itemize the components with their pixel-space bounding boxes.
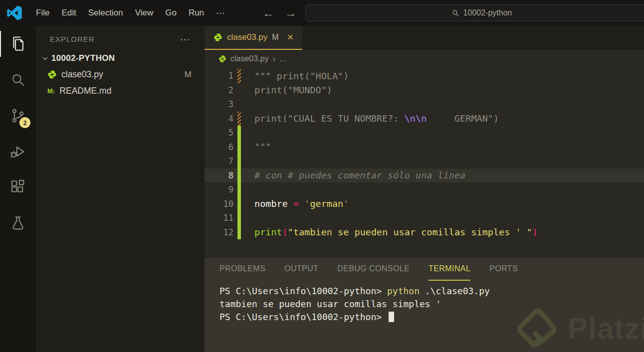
workbench: 2 EXPLORER ⋯ 10002-PYTHON clase03.pyMM↓R… xyxy=(0,26,644,352)
code-token-quote: ' xyxy=(304,198,310,209)
terminal[interactable]: PS C:\Users\info\10002-python> python .\… xyxy=(205,281,644,324)
code-line-9[interactable]: 9 xyxy=(205,182,644,197)
gutter-added-marker xyxy=(237,182,241,197)
gutter-none-marker xyxy=(237,97,241,112)
sidebar-title: EXPLORER xyxy=(50,35,95,43)
chevron-down-icon xyxy=(41,54,49,63)
panel-tab-debug-console[interactable]: DEBUG CONSOLE xyxy=(337,258,410,281)
code-text: print("CUAL ES TU NOMBRE?: \n\n GERMAN") xyxy=(254,113,499,124)
terminal-cursor xyxy=(389,312,394,322)
sidebar-more-actions-icon[interactable]: ⋯ xyxy=(180,36,191,42)
vscode-window: FileEditSelectionViewGoRun⋯ ← → 10002-py… xyxy=(0,0,644,352)
file-row-clase03-py[interactable]: clase03.pyM xyxy=(36,66,205,83)
history-navigation: ← → xyxy=(262,7,296,19)
gutter-added-marker xyxy=(237,169,241,183)
gutter-added-marker xyxy=(237,225,241,240)
code-token-doc: """ print("HOLA") xyxy=(254,71,349,81)
command-center-search[interactable]: 10002-python xyxy=(305,4,644,21)
testing-icon xyxy=(9,215,26,232)
activity-item-search[interactable] xyxy=(0,62,36,98)
code-line-8[interactable]: 8# con # puedes comentar sólo una línea xyxy=(205,169,644,183)
code-line-4[interactable]: 4print("CUAL ES TU NOMBRE?: \n\n GERMAN"… xyxy=(205,112,644,126)
menu-more-icon[interactable]: ⋯ xyxy=(210,5,230,21)
code-line-12[interactable]: 12print("tambien se pueden usar comillas… xyxy=(205,225,644,240)
menu-item-run[interactable]: Run xyxy=(183,5,210,21)
code-token-doc: print("CUAL ES TU NOMBRE?: xyxy=(254,113,405,124)
search-value: 10002-python xyxy=(463,8,512,17)
code-line-7[interactable]: 7 xyxy=(205,154,644,169)
activity-item-extensions[interactable] xyxy=(0,170,36,205)
panel-tab-output[interactable]: OUTPUT xyxy=(284,258,318,281)
line-number: 7 xyxy=(205,156,233,166)
code-line-5[interactable]: 5 xyxy=(205,126,644,140)
gutter-none-marker xyxy=(237,83,241,98)
code-token-comment: # con # puedes comentar sólo una línea xyxy=(254,170,465,180)
vscode-logo-icon xyxy=(7,5,22,20)
menu-item-view[interactable]: View xyxy=(129,5,160,21)
code-editor[interactable]: 1""" print("HOLA")2print("MUNDO")34print… xyxy=(205,68,644,258)
gutter-added-marker xyxy=(237,126,241,140)
code-token-escape: \n\n xyxy=(405,113,427,124)
menu-item-file[interactable]: File xyxy=(30,5,55,21)
code-token-quote: ' xyxy=(343,198,349,209)
code-line-1[interactable]: 1""" print("HOLA") xyxy=(205,69,644,83)
panel-tab-terminal[interactable]: TERMINAL xyxy=(429,258,470,281)
code-line-3[interactable]: 3 xyxy=(205,97,644,112)
forward-arrow-icon[interactable]: → xyxy=(285,7,296,19)
code-token-op: = xyxy=(293,198,299,209)
code-text: """ print("HOLA") xyxy=(254,71,349,81)
gutter-modified-marker xyxy=(237,69,241,83)
python-icon xyxy=(214,33,222,42)
menu-item-selection[interactable]: Selection xyxy=(82,5,129,21)
line-number: 9 xyxy=(205,184,233,194)
line-number: 8 xyxy=(205,171,233,180)
run-debug-icon xyxy=(9,143,26,160)
code-line-11[interactable]: 11 xyxy=(205,211,644,225)
code-line-2[interactable]: 2print("MUNDO") xyxy=(205,83,644,98)
python-icon xyxy=(218,55,226,63)
terminal-text-plain: PS C:\Users\info\10002-python> xyxy=(219,312,387,322)
panel-tab-ports[interactable]: PORTS xyxy=(489,258,518,281)
activity-item-testing[interactable] xyxy=(0,205,36,241)
code-token-string: german xyxy=(310,198,343,209)
code-text: print("tambien se pueden usar comillas s… xyxy=(254,227,538,237)
breadcrumb[interactable]: clase03.py › ... xyxy=(205,50,644,68)
code-line-10[interactable]: 10nombre = 'german' xyxy=(205,197,644,211)
code-token-op: ( xyxy=(282,227,288,237)
code-token-op: ) xyxy=(532,227,538,237)
menu-item-go[interactable]: Go xyxy=(159,5,183,21)
git-modified-badge: M xyxy=(185,70,192,80)
code-token-doc: print("MUNDO") xyxy=(254,85,332,95)
code-token-plain xyxy=(299,198,304,209)
tab-bar: clase03.py M × xyxy=(205,26,644,50)
menu-bar: FileEditSelectionViewGoRun⋯ xyxy=(30,5,230,21)
line-number: 4 xyxy=(205,114,233,124)
back-arrow-icon[interactable]: ← xyxy=(262,7,274,19)
menu-item-edit[interactable]: Edit xyxy=(55,5,82,21)
file-name: README.md xyxy=(59,86,187,96)
folder-row-10002-python[interactable]: 10002-PYTHON xyxy=(36,50,205,66)
code-token-string: "tambien se pueden usar comillas simples… xyxy=(288,227,532,237)
activity-bar: 2 xyxy=(0,26,36,352)
line-number: 10 xyxy=(205,199,233,209)
activity-item-run-and-debug[interactable] xyxy=(0,134,36,170)
terminal-text-cmd: python xyxy=(387,286,420,296)
code-token-doc: GERMAN") xyxy=(427,113,499,124)
activity-item-explorer[interactable] xyxy=(0,26,36,62)
tab-label: clase03.py xyxy=(227,32,267,42)
line-number: 11 xyxy=(205,213,233,223)
code-line-6[interactable]: 6""" xyxy=(205,140,644,155)
markdown-icon: M↓ xyxy=(47,87,55,95)
code-text: # con # puedes comentar sólo una línea xyxy=(254,170,465,180)
code-token-plain: nombre xyxy=(254,198,293,209)
breadcrumb-separator-icon: › xyxy=(273,54,276,64)
gutter-added-marker xyxy=(237,154,241,169)
file-row-readme-md[interactable]: M↓README.md xyxy=(36,83,205,99)
folder-name: 10002-PYTHON xyxy=(51,53,115,63)
panel-tab-problems[interactable]: PROBLEMS xyxy=(219,258,265,281)
activity-item-source-control[interactable]: 2 xyxy=(0,98,36,134)
tab-clase03-py[interactable]: clase03.py M × xyxy=(205,26,302,50)
tab-close-icon[interactable]: × xyxy=(287,32,294,43)
line-number: 1 xyxy=(205,71,233,81)
terminal-text-plain: tambien se pueden usar comillas simples … xyxy=(219,299,441,309)
